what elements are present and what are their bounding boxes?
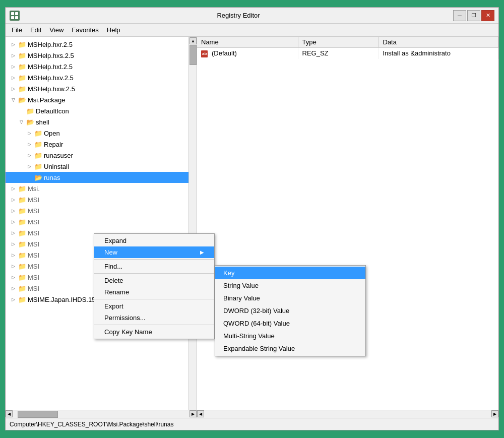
ctx-rename[interactable]: Rename <box>94 286 214 298</box>
expand-icon: ▷ <box>10 218 17 225</box>
tree-label: MSI <box>28 196 39 204</box>
expand-icon: ▷ <box>10 185 17 192</box>
folder-icon: 📁 <box>34 152 42 159</box>
submenu-key[interactable]: Key <box>215 267 365 279</box>
expand-icon: ▽ <box>10 96 17 103</box>
submenu-multi-string-value[interactable]: Multi-String Value <box>215 330 365 342</box>
expand-icon: ▷ <box>10 196 17 203</box>
tree-scrollbar-vertical[interactable]: ▲ <box>188 37 197 410</box>
menu-help[interactable]: Help <box>103 25 124 35</box>
ctx-permissions[interactable]: Permissions... <box>94 312 214 324</box>
ctx-separator-1 <box>94 259 214 260</box>
tree-item-defaulticon[interactable]: 📁 DefaultIcon <box>6 105 188 116</box>
expand-icon: ▽ <box>18 118 25 126</box>
tree-item-runasuser[interactable]: ▷ 📁 runasuser <box>6 150 188 161</box>
folder-icon: 📁 <box>18 252 26 259</box>
tree-label: MSHelp.hxv.2.5 <box>28 74 74 82</box>
tree-label: MSHelp.hxr.2.5 <box>28 41 73 48</box>
folder-icon: 📁 <box>18 63 26 70</box>
expand-icon: ▷ <box>10 274 17 281</box>
menu-favorites[interactable]: Favorites <box>68 25 102 35</box>
submenu-string-value[interactable]: String Value <box>215 279 365 292</box>
ctx-find[interactable]: Find... <box>94 261 214 272</box>
tree-item-repair[interactable]: ▷ 📁 Repair <box>6 139 188 150</box>
expand-icon <box>18 107 25 114</box>
expand-icon: ▷ <box>10 285 17 292</box>
ctx-copy-key-name[interactable]: Copy Key Name <box>94 326 214 338</box>
tree-item-uninstall[interactable]: ▷ 📁 Uninstall <box>6 161 188 172</box>
tree-label: Uninstall <box>44 163 69 170</box>
ctx-expand[interactable]: Expand <box>94 235 214 246</box>
tree-label: MSHelp.hxt.2.5 <box>28 63 73 71</box>
expand-icon: ▷ <box>10 74 17 81</box>
folder-icon: 📁 <box>34 130 42 137</box>
expand-icon: ▷ <box>10 63 17 70</box>
registry-type: REG_SZ <box>298 48 379 59</box>
submenu-binary-value[interactable]: Binary Value <box>215 292 365 304</box>
col-data: Data <box>379 37 498 48</box>
ctx-new[interactable]: New ▶ <box>94 246 214 258</box>
tree-item-mshelp-hxv[interactable]: ▷ 📁 MSHelp.hxv.2.5 <box>6 72 188 83</box>
col-type: Type <box>298 37 379 48</box>
window-title: Registry Editor <box>24 12 453 19</box>
folder-icon: 📁 <box>18 240 26 247</box>
expand-icon <box>26 174 33 181</box>
tree-item-mshelp-hxr[interactable]: ▷ 📁 MSHelp.hxr.2.5 <box>6 39 188 50</box>
maximize-button[interactable]: ☐ <box>467 10 480 21</box>
scrollbar-thumb[interactable] <box>190 45 197 65</box>
submenu-qword-value[interactable]: QWORD (64-bit) Value <box>215 317 365 330</box>
folder-icon: 📂 <box>26 118 34 126</box>
horizontal-scrollbars: ◀ ▶ ◀ ▶ <box>6 410 498 418</box>
expand-icon: ▷ <box>10 207 17 214</box>
tree-item-msi-package[interactable]: ▽ 📂 Msi.Package <box>6 94 188 105</box>
expand-icon: ▷ <box>26 130 33 137</box>
ab-icon: ab <box>201 50 208 57</box>
tree-item-msi-patch[interactable]: ▷ 📁 Msi. <box>6 183 188 194</box>
ctx-separator-4 <box>94 325 214 325</box>
folder-icon: 📁 <box>18 52 26 59</box>
menu-view[interactable]: View <box>45 25 68 35</box>
status-bar: Computer\HKEY_CLASSES_ROOT\Msi.Package\s… <box>6 418 498 430</box>
tree-item-mshelp-hxs[interactable]: ▷ 📁 MSHelp.hxs.2.5 <box>6 50 188 61</box>
tree-item-msi-3[interactable]: ▷ 📁 MSI <box>6 216 188 227</box>
table-row[interactable]: ab (Default) REG_SZ Install as &administ… <box>197 48 498 59</box>
tree-label: MSI <box>28 274 39 281</box>
tree-label: MSI <box>28 252 39 259</box>
tree-item-runas[interactable]: 📂 runas <box>6 172 188 183</box>
tree-item-shell[interactable]: ▽ 📂 shell <box>6 116 188 128</box>
tree-label: MSHelp.hxw.2.5 <box>28 85 75 93</box>
ctx-export[interactable]: Export <box>94 300 214 312</box>
folder-icon: 📁 <box>34 163 42 170</box>
expand-icon: ▷ <box>26 141 33 148</box>
tree-item-msi-1[interactable]: ▷ 📁 MSI <box>6 194 188 205</box>
tree-label: shell <box>36 118 49 126</box>
expand-icon: ▷ <box>10 52 17 59</box>
registry-name: ab (Default) <box>197 48 298 59</box>
folder-icon: 📁 <box>18 263 26 270</box>
window-controls: ─ ☐ ✕ <box>453 10 494 21</box>
tree-item-mshelp-hxw[interactable]: ▷ 📁 MSHelp.hxw.2.5 <box>6 83 188 94</box>
ctx-delete[interactable]: Delete <box>94 275 214 286</box>
col-name: Name <box>197 37 298 48</box>
tree-item-msi-2[interactable]: ▷ 📁 MSI <box>6 205 188 216</box>
folder-icon: 📁 <box>18 41 26 48</box>
menu-file[interactable]: File <box>8 25 26 35</box>
tree-label: MSHelp.hxs.2.5 <box>28 52 74 59</box>
folder-icon: 📁 <box>18 229 26 236</box>
svg-rect-1 <box>15 12 18 15</box>
ctx-separator-2 <box>94 273 214 274</box>
ctx-separator-3 <box>94 299 214 299</box>
submenu-dword-value[interactable]: DWORD (32-bit) Value <box>215 304 365 317</box>
tree-item-mshelp-hxt[interactable]: ▷ 📁 MSHelp.hxt.2.5 <box>6 61 188 72</box>
close-button[interactable]: ✕ <box>481 10 494 21</box>
expand-icon: ▷ <box>10 41 17 48</box>
values-scrollbar-horizontal[interactable]: ◀ ▶ <box>197 410 498 418</box>
submenu-arrow-icon: ▶ <box>200 249 204 255</box>
submenu-expandable-string-value[interactable]: Expandable String Value <box>215 342 365 355</box>
menu-edit[interactable]: Edit <box>26 25 45 35</box>
minimize-button[interactable]: ─ <box>453 10 466 21</box>
tree-item-open[interactable]: ▷ 📁 Open <box>6 128 188 139</box>
tree-scrollbar-horizontal[interactable]: ◀ ▶ <box>6 410 197 418</box>
tree-label: runas <box>44 174 60 181</box>
tree-label: MSI <box>28 285 39 292</box>
